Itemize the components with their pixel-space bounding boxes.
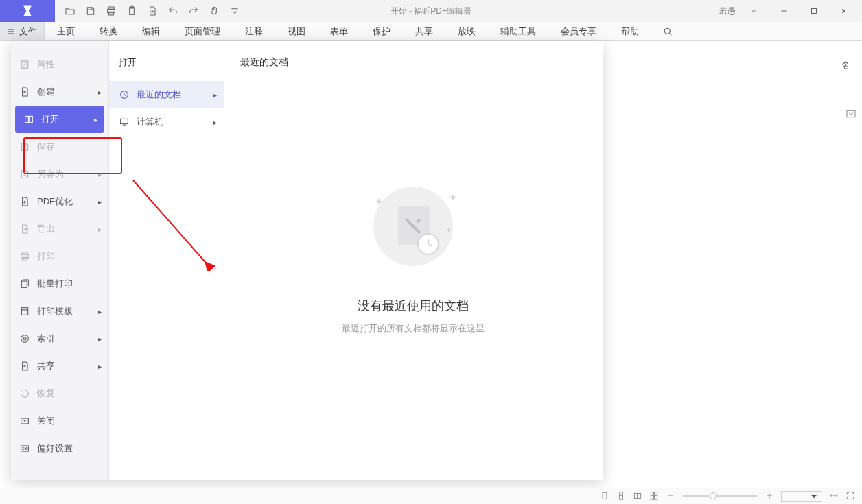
svg-rect-5 <box>812 9 817 14</box>
fit-width-icon[interactable] <box>829 491 839 502</box>
svg-rect-15 <box>21 308 27 315</box>
tab-pages[interactable]: 页面管理 <box>172 22 233 40</box>
new-doc-icon[interactable] <box>143 1 162 21</box>
ribbon-collapse-icon[interactable] <box>844 108 858 122</box>
svg-rect-7 <box>847 110 855 117</box>
print-icon[interactable] <box>102 1 121 21</box>
zoom-slider[interactable] <box>682 495 758 497</box>
user-name[interactable]: 若愚 <box>719 5 736 17</box>
tab-present[interactable]: 放映 <box>445 22 488 40</box>
qat-dropdown-icon[interactable] <box>225 1 244 21</box>
zoom-percent-field[interactable] <box>781 491 822 502</box>
maximize-icon[interactable] <box>800 1 828 21</box>
svg-rect-32 <box>651 492 653 495</box>
tab-share[interactable]: 共享 <box>403 22 445 40</box>
ribbon-tabs: 文件 主页 转换 编辑 页面管理 注释 视图 表单 保护 共享 放映 辅助工具 … <box>0 22 862 41</box>
svg-rect-14 <box>21 281 27 287</box>
file-menu-print-template[interactable]: 打印模板▸ <box>11 298 108 325</box>
svg-rect-10 <box>30 116 33 122</box>
svg-rect-35 <box>655 496 657 499</box>
hand-icon[interactable] <box>205 1 224 21</box>
file-menu-save[interactable]: 保存 <box>11 133 108 160</box>
view-single-icon[interactable] <box>600 491 609 502</box>
file-tab-label: 文件 <box>19 25 37 38</box>
tab-comment[interactable]: 注释 <box>233 22 275 40</box>
open-computer[interactable]: 计算机▸ <box>109 108 224 136</box>
zoom-in-icon[interactable] <box>765 491 774 502</box>
empty-state-subtitle: 最近打开的所有文档都将显示在这里 <box>342 322 485 335</box>
file-menu-list: 属性 创建▸ 打开▸ 保存 另存为▸ PDF优化▸ 导出▸ 打印 <box>11 41 108 480</box>
svg-rect-29 <box>620 496 623 499</box>
svg-rect-9 <box>25 116 29 122</box>
file-menu-print[interactable]: 打印 <box>11 243 108 270</box>
file-menu-properties[interactable]: 属性 <box>11 51 108 78</box>
svg-rect-13 <box>23 257 27 261</box>
zoom-out-icon[interactable] <box>666 491 675 502</box>
file-menu-optimize[interactable]: PDF优化▸ <box>11 188 108 215</box>
recent-documents-title: 最近的文档 <box>240 56 586 69</box>
tab-view[interactable]: 视图 <box>275 22 318 40</box>
window-title: 开始 - 福昕PDF编辑器 <box>391 5 472 17</box>
tab-help[interactable]: 帮助 <box>609 22 651 40</box>
svg-rect-22 <box>121 119 128 123</box>
file-menu-index[interactable]: 索引▸ <box>11 325 108 352</box>
file-menu-share[interactable]: 共享▸ <box>11 352 108 380</box>
svg-point-16 <box>21 335 29 343</box>
svg-rect-2 <box>109 12 114 15</box>
status-bar <box>0 488 862 504</box>
fullscreen-icon[interactable] <box>846 491 855 502</box>
view-facing-continuous-icon[interactable] <box>649 491 659 502</box>
empty-illustration-icon <box>365 178 461 274</box>
file-menu-close[interactable]: 关闭 <box>11 407 108 435</box>
file-menu-open[interactable]: 打开▸ <box>15 106 104 133</box>
open-icon[interactable] <box>60 1 80 21</box>
empty-state: 没有最近使用的文档 最近打开的所有文档都将显示在这里 <box>240 178 586 335</box>
open-source-list: 打开 最近的文档▸ 计算机▸ <box>108 41 224 480</box>
recent-documents-pane: 最近的文档 没有最近使用的文档 最近打开的所有文档都将显示在这里 <box>224 41 603 480</box>
tab-tools[interactable]: 辅助工具 <box>488 22 548 40</box>
tab-protect[interactable]: 保护 <box>360 22 403 40</box>
open-recent[interactable]: 最近的文档▸ <box>109 81 224 108</box>
svg-rect-34 <box>651 496 653 499</box>
svg-rect-27 <box>603 492 607 499</box>
background-column-header: 名 <box>601 41 862 89</box>
svg-point-6 <box>664 28 670 34</box>
app-logo <box>0 0 55 22</box>
quick-access-toolbar <box>60 1 244 21</box>
titlebar: 开始 - 福昕PDF编辑器 若愚 <box>0 0 862 22</box>
tab-form[interactable]: 表单 <box>318 22 360 40</box>
user-dropdown-icon[interactable] <box>740 1 767 21</box>
file-menu-panel: 属性 创建▸ 打开▸ 保存 另存为▸ PDF优化▸ 导出▸ 打印 <box>11 41 603 480</box>
clipboard-icon[interactable] <box>122 1 141 21</box>
view-facing-icon[interactable] <box>633 491 642 502</box>
undo-icon[interactable] <box>163 1 183 21</box>
file-menu-batch-print[interactable]: 批量打印 <box>11 270 108 298</box>
save-icon[interactable] <box>81 1 100 21</box>
tab-home[interactable]: 主页 <box>45 22 87 40</box>
empty-state-title: 没有最近使用的文档 <box>358 298 469 314</box>
svg-point-20 <box>25 448 27 450</box>
view-continuous-icon[interactable] <box>616 491 626 502</box>
svg-rect-28 <box>620 492 623 495</box>
minimize-icon[interactable] <box>770 1 797 21</box>
file-menu-export[interactable]: 导出▸ <box>11 215 108 243</box>
file-menu-preferences[interactable]: 偏好设置 <box>11 435 108 462</box>
open-panel-title: 打开 <box>109 56 224 69</box>
tab-edit[interactable]: 编辑 <box>130 22 172 40</box>
tab-convert[interactable]: 转换 <box>87 22 130 40</box>
file-tab[interactable]: 文件 <box>0 22 45 40</box>
svg-rect-33 <box>655 492 657 495</box>
svg-point-17 <box>23 337 26 340</box>
redo-icon[interactable] <box>184 1 203 21</box>
file-menu-recover[interactable]: 恢复 <box>11 380 108 407</box>
svg-rect-30 <box>634 493 637 498</box>
close-icon[interactable] <box>830 1 858 21</box>
zoom-slider-thumb[interactable] <box>710 492 717 499</box>
search-icon[interactable] <box>658 22 677 41</box>
svg-rect-31 <box>638 493 641 498</box>
file-menu-save-as[interactable]: 另存为▸ <box>11 160 108 188</box>
file-menu-create[interactable]: 创建▸ <box>11 78 108 106</box>
tab-vip[interactable]: 会员专享 <box>548 22 609 40</box>
